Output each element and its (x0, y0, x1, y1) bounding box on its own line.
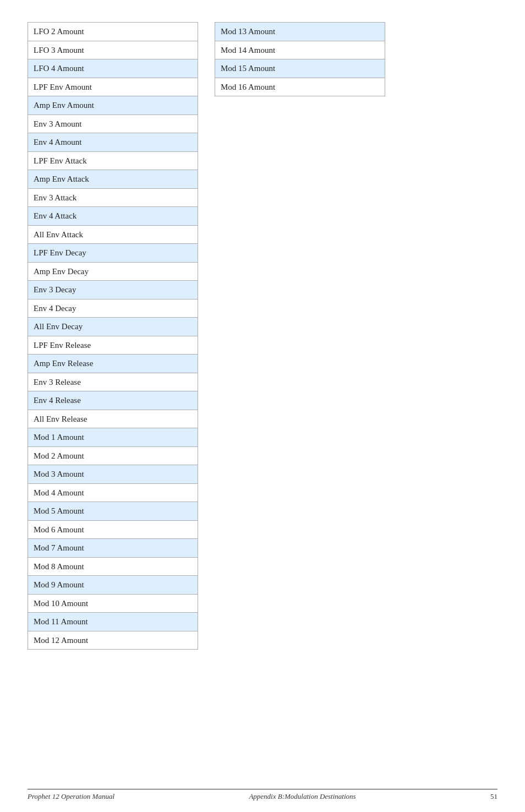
list-item[interactable]: Env 4 Attack (28, 206, 198, 226)
list-item[interactable]: LPF Env Amount (28, 78, 198, 97)
footer-center: Appendix B:Modulation Destinations (249, 792, 356, 801)
list-item[interactable]: Mod 11 Amount (28, 612, 198, 631)
list-item[interactable]: Mod 9 Amount (28, 575, 198, 595)
list-item[interactable]: Mod 14 Amount (215, 41, 385, 60)
columns-wrapper: LFO 2 AmountLFO 3 AmountLFO 4 AmountLPF … (28, 22, 497, 649)
list-item[interactable]: All Env Decay (28, 317, 198, 336)
list-item[interactable]: Env 3 Decay (28, 280, 198, 299)
list-item[interactable]: Mod 13 Amount (215, 22, 385, 41)
list-item[interactable]: LPF Env Decay (28, 243, 198, 263)
footer-right: 51 (490, 792, 497, 801)
list-item[interactable]: Mod 6 Amount (28, 520, 198, 539)
left-column: LFO 2 AmountLFO 3 AmountLFO 4 AmountLPF … (28, 22, 198, 649)
list-item[interactable]: Mod 5 Amount (28, 502, 198, 521)
list-item[interactable]: LFO 2 Amount (28, 22, 198, 41)
footer-left: Prophet 12 Operation Manual (28, 792, 114, 801)
list-item[interactable]: Env 3 Amount (28, 115, 198, 134)
list-item[interactable]: LPF Env Release (28, 336, 198, 355)
list-item[interactable]: Mod 15 Amount (215, 59, 385, 78)
right-column: Mod 13 AmountMod 14 AmountMod 15 AmountM… (215, 22, 385, 96)
list-item[interactable]: Amp Env Amount (28, 96, 198, 115)
list-item[interactable]: LFO 4 Amount (28, 59, 198, 78)
list-item[interactable]: Amp Env Decay (28, 262, 198, 281)
list-item[interactable]: Env 4 Release (28, 391, 198, 410)
list-item[interactable]: Env 3 Release (28, 373, 198, 392)
list-item[interactable]: Mod 10 Amount (28, 594, 198, 613)
list-item[interactable]: Mod 7 Amount (28, 538, 198, 558)
list-item[interactable]: Env 3 Attack (28, 188, 198, 208)
list-item[interactable]: Mod 2 Amount (28, 446, 198, 466)
list-item[interactable]: Mod 4 Amount (28, 483, 198, 503)
list-item[interactable]: Mod 12 Amount (28, 631, 198, 650)
list-item[interactable]: Mod 16 Amount (215, 78, 385, 97)
page-content: LFO 2 AmountLFO 3 AmountLFO 4 AmountLPF … (0, 0, 525, 682)
list-item[interactable]: All Env Attack (28, 225, 198, 244)
list-item[interactable]: All Env Release (28, 410, 198, 429)
list-item[interactable]: Mod 1 Amount (28, 428, 198, 447)
list-item[interactable]: LPF Env Attack (28, 151, 198, 171)
list-item[interactable]: Mod 8 Amount (28, 557, 198, 576)
list-item[interactable]: Env 4 Decay (28, 299, 198, 318)
list-item[interactable]: Env 4 Amount (28, 133, 198, 152)
footer: Prophet 12 Operation Manual Appendix B:M… (28, 789, 497, 801)
list-item[interactable]: LFO 3 Amount (28, 41, 198, 60)
list-item[interactable]: Amp Env Release (28, 354, 198, 373)
list-item[interactable]: Amp Env Attack (28, 170, 198, 189)
list-item[interactable]: Mod 3 Amount (28, 465, 198, 484)
